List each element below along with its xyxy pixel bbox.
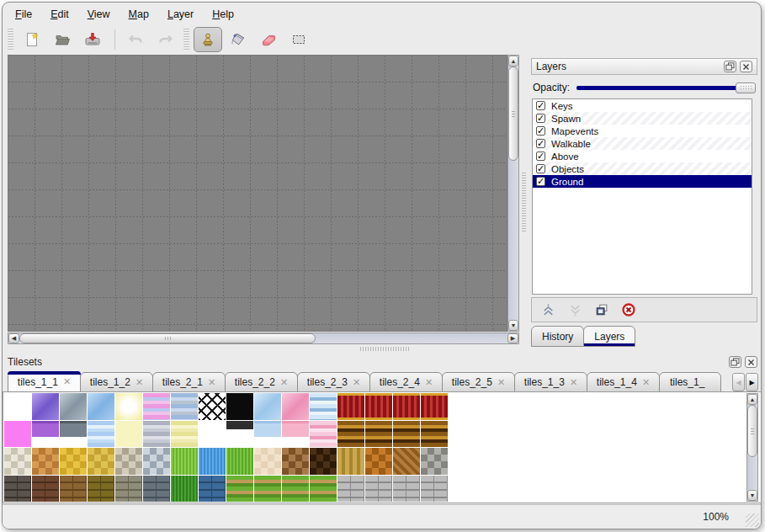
tile[interactable]	[115, 448, 142, 475]
layer-row-keys[interactable]: ✓Keys	[533, 99, 752, 112]
tile[interactable]	[4, 476, 31, 503]
layer-checkbox[interactable]: ✓	[536, 114, 545, 123]
tile[interactable]	[143, 393, 170, 420]
tile[interactable]	[254, 393, 281, 420]
scroll-down-button[interactable]: ▼	[508, 320, 518, 331]
tab-close-icon[interactable]: ✕	[425, 377, 433, 388]
tile[interactable]	[365, 448, 392, 475]
layer-checkbox[interactable]: ✓	[536, 139, 545, 148]
tile[interactable]	[4, 448, 31, 475]
tab-close-icon[interactable]: ✕	[208, 377, 215, 388]
menu-edit[interactable]: Edit	[41, 6, 78, 23]
tile[interactable]	[171, 476, 198, 503]
tile[interactable]	[254, 421, 281, 448]
menu-file[interactable]: File	[6, 6, 41, 23]
tile[interactable]	[421, 393, 448, 420]
tab-layers[interactable]: Layers	[583, 326, 635, 347]
tile[interactable]	[199, 393, 226, 420]
tileset-tab[interactable]: tiles_1_4✕	[587, 372, 660, 392]
toolbar-drag-handle[interactable]	[183, 29, 189, 51]
resize-grip[interactable]	[746, 513, 759, 527]
layer-row-mapevents[interactable]: ✓Mapevents	[533, 125, 752, 137]
stamp-tool-button[interactable]	[194, 27, 222, 52]
tile[interactable]	[282, 421, 309, 448]
layer-row-ground[interactable]: ✓Ground	[533, 175, 752, 188]
scroll-down-button[interactable]: ▼	[747, 490, 757, 501]
tile[interactable]	[60, 421, 87, 448]
tile[interactable]	[171, 421, 198, 448]
tile[interactable]	[4, 421, 31, 448]
tile[interactable]	[421, 421, 448, 448]
close-panel-button[interactable]	[745, 356, 757, 368]
vertical-splitter[interactable]	[520, 55, 528, 344]
tab-close-icon[interactable]: ✕	[135, 377, 143, 388]
eraser-tool-button[interactable]	[254, 27, 283, 52]
vertical-scroll-thumb[interactable]	[747, 405, 757, 457]
tab-close-icon[interactable]: ✕	[63, 376, 71, 387]
tile[interactable]	[365, 476, 392, 503]
tileset-tab[interactable]: tiles_1_2✕	[80, 372, 153, 392]
layer-checkbox[interactable]: ✓	[536, 164, 545, 173]
layer-checkbox[interactable]: ✓	[536, 101, 545, 110]
tile[interactable]	[60, 476, 87, 503]
delete-layer-button[interactable]	[620, 301, 637, 318]
canvas-vertical-scrollbar[interactable]: ▲ ▼	[507, 55, 519, 332]
tile[interactable]	[4, 393, 31, 420]
tile[interactable]	[337, 421, 364, 448]
tileset-tab[interactable]: tiles_1_1✕	[8, 371, 81, 392]
tile[interactable]	[199, 421, 226, 448]
tile[interactable]	[337, 476, 364, 503]
layer-row-walkable[interactable]: ✓Walkable	[533, 137, 752, 150]
tab-close-icon[interactable]: ✕	[280, 377, 288, 388]
undo-button[interactable]	[121, 27, 150, 52]
tile[interactable]	[310, 421, 337, 448]
tileset-tab[interactable]: tiles_2_3✕	[297, 372, 370, 392]
tab-scroll-left-button[interactable]: ◀	[732, 373, 745, 391]
canvas-horizontal-scrollbar[interactable]: ◀ ▶	[8, 332, 519, 344]
tile[interactable]	[199, 476, 226, 503]
tile[interactable]	[337, 448, 364, 475]
tile[interactable]	[88, 421, 114, 448]
layer-checkbox[interactable]: ✓	[536, 152, 545, 161]
tile[interactable]	[393, 476, 420, 503]
tileset-tab[interactable]: tiles_1_	[659, 372, 721, 392]
tileset-tab[interactable]: tiles_1_3✕	[514, 372, 587, 392]
new-map-button[interactable]	[18, 27, 46, 52]
scroll-up-button[interactable]: ▲	[508, 56, 518, 66]
tile[interactable]	[115, 476, 142, 503]
tile[interactable]	[393, 393, 420, 420]
tile[interactable]	[171, 393, 198, 420]
select-tool-button[interactable]	[284, 27, 313, 52]
close-panel-button[interactable]	[740, 61, 752, 72]
tile[interactable]	[310, 393, 337, 420]
tab-close-icon[interactable]: ✕	[497, 377, 505, 388]
toolbar-drag-handle[interactable]	[8, 29, 13, 51]
tile[interactable]	[32, 448, 59, 475]
tab-close-icon[interactable]: ✕	[642, 377, 650, 388]
menu-help[interactable]: Help	[203, 6, 243, 23]
tile[interactable]	[226, 393, 253, 420]
open-map-button[interactable]	[48, 27, 77, 52]
tile[interactable]	[393, 448, 420, 475]
tile[interactable]	[310, 448, 337, 475]
horizontal-scroll-thumb[interactable]	[19, 333, 316, 343]
scroll-up-button[interactable]: ▲	[747, 394, 757, 405]
tile[interactable]	[421, 448, 448, 475]
layer-row-above[interactable]: ✓Above	[533, 150, 752, 162]
menu-layer[interactable]: Layer	[158, 6, 203, 23]
tile[interactable]	[32, 476, 59, 503]
fill-tool-button[interactable]	[224, 27, 252, 52]
tile[interactable]	[32, 393, 59, 420]
menu-map[interactable]: Map	[120, 6, 158, 23]
tile[interactable]	[421, 476, 448, 503]
tile[interactable]	[254, 476, 281, 503]
tile[interactable]	[32, 421, 59, 448]
tab-close-icon[interactable]: ✕	[570, 377, 577, 388]
tab-close-icon[interactable]: ✕	[353, 377, 360, 388]
tile[interactable]	[143, 476, 170, 503]
tile[interactable]	[310, 476, 337, 503]
tile[interactable]	[88, 393, 114, 420]
duplicate-layer-button[interactable]	[593, 301, 610, 318]
tile[interactable]	[60, 448, 87, 475]
tile[interactable]	[393, 421, 420, 448]
